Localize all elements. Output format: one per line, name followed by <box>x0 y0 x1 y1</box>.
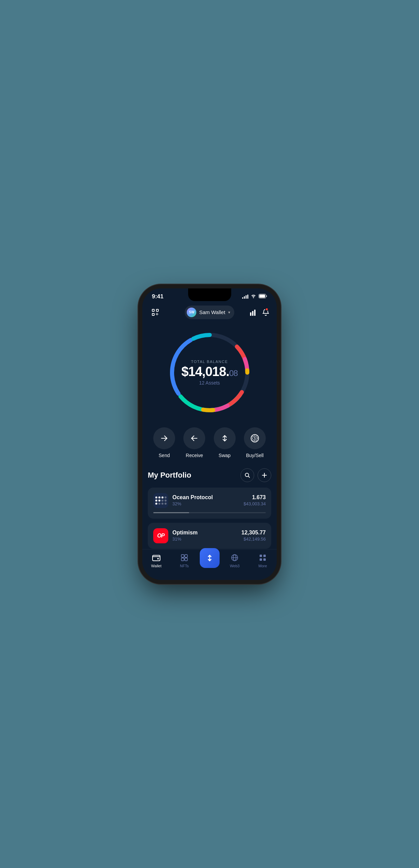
asset-row-op: OP Optimism 31% 12,305.77 $42,149.56 <box>153 528 266 543</box>
svg-rect-30 <box>153 555 160 561</box>
nav-item-wallet[interactable]: Wallet <box>142 553 170 568</box>
nfts-nav-icon <box>180 553 189 562</box>
ocean-usd: $43,003.34 <box>244 501 266 506</box>
wallet-selector[interactable]: SW Sam Wallet ▾ <box>185 306 234 319</box>
svg-rect-34 <box>181 558 184 561</box>
svg-rect-42 <box>263 555 266 557</box>
avatar: SW <box>187 308 196 317</box>
ocean-name: Ocean Protocol <box>172 494 239 501</box>
svg-rect-35 <box>185 558 187 561</box>
ocean-values: 1.673 $43,003.34 <box>244 494 266 506</box>
more-nav-icon <box>258 553 267 562</box>
asset-card-ocean[interactable]: Ocean Protocol 32% 1.673 $43,003.34 <box>148 488 271 519</box>
scan-button[interactable] <box>149 306 161 319</box>
op-name: Optimism <box>172 530 237 536</box>
search-button[interactable] <box>240 468 254 482</box>
phone-screen: 9:41 <box>142 288 277 580</box>
web3-nav-label: Web3 <box>230 564 240 568</box>
add-asset-button[interactable] <box>258 468 271 482</box>
svg-rect-41 <box>260 555 262 557</box>
action-buttons: Send Receive <box>142 424 277 468</box>
status-icons <box>242 294 267 299</box>
balance-amount: $14,018.08 <box>181 365 238 378</box>
receive-label: Receive <box>186 453 203 458</box>
ocean-pct: 32% <box>172 501 239 506</box>
svg-rect-12 <box>254 310 256 316</box>
op-values: 12,305.77 $42,149.56 <box>241 530 266 542</box>
phone-frame: 9:41 <box>142 288 277 580</box>
buysell-button[interactable]: $ <box>244 427 266 449</box>
nav-item-center[interactable] <box>198 553 221 568</box>
send-label: Send <box>159 453 170 458</box>
app-header: SW Sam Wallet ▾ <box>142 303 277 325</box>
header-left <box>149 306 170 319</box>
nav-item-more[interactable]: More <box>249 553 277 568</box>
ocean-progress-bar <box>153 512 266 513</box>
svg-rect-44 <box>263 558 266 561</box>
signal-icon <box>242 295 248 299</box>
nav-item-web3[interactable]: Web3 <box>221 553 249 568</box>
asset-card-op[interactable]: OP Optimism 31% 12,305.77 $42,149.56 <box>148 523 271 549</box>
portfolio-action-buttons <box>240 468 271 482</box>
wallet-nav-label: Wallet <box>151 564 161 568</box>
portfolio-title: My Portfolio <box>148 471 191 480</box>
notch <box>188 288 231 301</box>
send-button[interactable] <box>153 427 175 449</box>
battery-icon <box>259 294 267 299</box>
svg-point-5 <box>156 313 158 315</box>
op-amount: 12,305.77 <box>241 530 266 536</box>
buysell-action: $ Buy/Sell <box>244 427 266 458</box>
chart-button[interactable] <box>249 306 258 319</box>
wifi-icon <box>250 294 257 299</box>
ocean-amount: 1.673 <box>244 494 266 501</box>
chevron-down-icon: ▾ <box>228 310 230 315</box>
portfolio-header: My Portfolio <box>148 468 271 482</box>
web3-nav-icon <box>230 553 239 562</box>
swap-button[interactable] <box>214 427 236 449</box>
svg-rect-10 <box>250 312 251 316</box>
notifications-button[interactable] <box>262 306 270 319</box>
receive-action: Receive <box>183 427 205 458</box>
wallet-nav-icon <box>152 553 161 562</box>
op-info: Optimism 31% <box>172 530 237 542</box>
header-right <box>249 306 270 319</box>
svg-line-27 <box>248 476 250 478</box>
send-action: Send <box>153 427 175 458</box>
ocean-progress-fill <box>153 512 189 513</box>
bottom-nav: Wallet NFTs <box>142 549 277 580</box>
nfts-nav-label: NFTs <box>180 564 189 568</box>
balance-assets: 12 Assets <box>181 380 238 386</box>
balance-label: TOTAL BALANCE <box>181 360 238 364</box>
balance-chart: TOTAL BALANCE $14,018.08 12 Assets <box>142 325 277 424</box>
notification-badge <box>265 308 269 311</box>
op-pct: 31% <box>172 536 237 542</box>
svg-rect-1 <box>259 295 265 298</box>
swap-action: Swap <box>214 427 236 458</box>
status-time: 9:41 <box>152 293 163 300</box>
svg-rect-33 <box>185 555 187 557</box>
op-usd: $42,149.56 <box>241 536 266 542</box>
swap-label: Swap <box>219 453 231 458</box>
nav-item-nfts[interactable]: NFTs <box>170 553 198 568</box>
buysell-label: Buy/Sell <box>246 453 263 458</box>
center-action-button[interactable] <box>200 548 220 568</box>
asset-row-ocean: Ocean Protocol 32% 1.673 $43,003.34 <box>153 493 266 508</box>
balance-display: TOTAL BALANCE $14,018.08 12 Assets <box>181 360 238 386</box>
ocean-info: Ocean Protocol 32% <box>172 494 239 506</box>
more-nav-label: More <box>259 564 267 568</box>
svg-rect-4 <box>152 313 154 315</box>
ocean-icon <box>153 493 168 508</box>
receive-button[interactable] <box>183 427 205 449</box>
svg-rect-3 <box>156 309 158 311</box>
svg-point-26 <box>245 473 249 477</box>
svg-rect-2 <box>152 309 154 311</box>
svg-rect-32 <box>181 555 184 557</box>
op-icon: OP <box>153 528 168 543</box>
svg-rect-43 <box>260 558 262 561</box>
svg-text:$: $ <box>254 437 256 440</box>
wallet-name: Sam Wallet <box>199 309 225 315</box>
svg-rect-11 <box>252 311 253 316</box>
svg-rect-31 <box>157 558 159 559</box>
